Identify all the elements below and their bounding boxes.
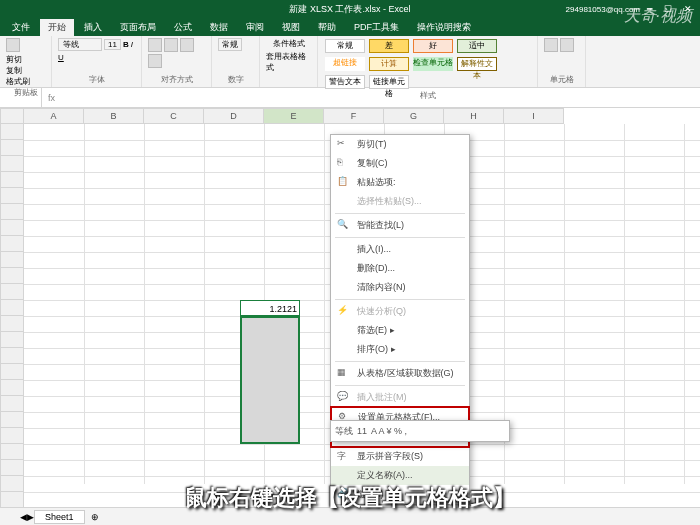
col-I[interactable]: I [504,108,564,124]
merge-icon[interactable] [148,54,162,68]
style-neutral[interactable]: 适中 [457,39,497,53]
namebox[interactable] [0,88,42,107]
group-styles-label: 样式 [324,90,531,101]
tab-home[interactable]: 开始 [40,19,74,36]
row-header[interactable] [0,364,24,380]
selection-range[interactable] [240,316,300,444]
tab-formula[interactable]: 公式 [166,19,200,36]
col-G[interactable]: G [384,108,444,124]
ctx-getdata[interactable]: ▦从表格/区域获取数据(G) [331,364,469,383]
italic-button[interactable]: I [131,40,133,49]
ctx-sort[interactable]: 排序(O) ▸ [331,340,469,359]
sheet-nav-prev[interactable]: ◀ [20,512,27,522]
context-menu: ✂剪切(T) ⎘复制(C) 📋粘贴选项: 选择性粘贴(S)... 🔍智能查找(L… [330,134,470,505]
row-header[interactable] [0,268,24,284]
col-E[interactable]: E [264,108,324,124]
row-header[interactable] [0,348,24,364]
number-format-select[interactable]: 常规 [218,38,242,51]
formatpainter-button[interactable]: 格式刷 [6,76,30,87]
ctx-paste-options[interactable]: 📋粘贴选项: [331,173,469,192]
style-hyperlink[interactable]: 超链接 [325,57,365,71]
ctx-copy[interactable]: ⎘复制(C) [331,154,469,173]
tab-file[interactable]: 文件 [4,19,38,36]
ctx-smart-lookup[interactable]: 🔍智能查找(L) [331,216,469,235]
tab-layout[interactable]: 页面布局 [112,19,164,36]
col-D[interactable]: D [204,108,264,124]
col-H[interactable]: H [444,108,504,124]
tab-insert[interactable]: 插入 [76,19,110,36]
row-header[interactable] [0,188,24,204]
tab-view[interactable]: 视图 [274,19,308,36]
delete-cells-icon[interactable] [560,38,574,52]
col-B[interactable]: B [84,108,144,124]
search-icon: 🔍 [337,219,349,231]
mini-size[interactable]: 11 [357,426,367,436]
font-size-select[interactable]: 11 [104,39,121,50]
font-family-select[interactable]: 等线 [58,38,102,51]
style-check[interactable]: 检查单元格 [413,57,453,71]
style-normal[interactable]: 常规 [325,39,365,53]
bold-button[interactable]: B [123,40,129,49]
row-header[interactable] [0,332,24,348]
ctx-clear[interactable]: 清除内容(N) [331,278,469,297]
fx-icon[interactable]: fx [42,93,61,103]
group-align-label: 对齐方式 [148,74,205,85]
style-good[interactable]: 好 [413,39,453,53]
row-header[interactable] [0,220,24,236]
ctx-paste-special: 选择性粘贴(S)... [331,192,469,211]
row-header[interactable] [0,156,24,172]
align-left-icon[interactable] [148,38,162,52]
align-center-icon[interactable] [164,38,178,52]
paste-icon[interactable] [6,38,20,52]
style-linked[interactable]: 链接单元格 [369,75,409,89]
mini-buttons[interactable]: A A ¥ % , [371,426,407,436]
row-header[interactable] [0,300,24,316]
cut-button[interactable]: 剪切 [6,54,30,65]
tab-data[interactable]: 数据 [202,19,236,36]
row-header[interactable] [0,124,24,140]
row-header[interactable] [0,412,24,428]
row-header[interactable] [0,396,24,412]
select-all-corner[interactable] [0,108,24,124]
row-header[interactable] [0,236,24,252]
add-sheet-button[interactable]: ⊕ [85,512,105,522]
mini-toolbar[interactable]: 等线 11 A A ¥ % , [330,420,510,442]
row-header[interactable] [0,204,24,220]
ctx-cut[interactable]: ✂剪切(T) [331,135,469,154]
style-bad[interactable]: 差 [369,39,409,53]
col-C[interactable]: C [144,108,204,124]
ctx-filter[interactable]: 筛选(E) ▸ [331,321,469,340]
cell-E12[interactable]: 1.2121 [240,300,300,316]
table-format-button[interactable]: 套用表格格式 [266,51,311,73]
underline-button[interactable]: U [58,53,64,62]
align-right-icon[interactable] [180,38,194,52]
row-header[interactable] [0,428,24,444]
cond-format-button[interactable]: 条件格式 [273,38,305,49]
table-icon: ▦ [337,367,349,379]
col-F[interactable]: F [324,108,384,124]
col-A[interactable]: A [24,108,84,124]
row-header[interactable] [0,172,24,188]
row-header[interactable] [0,316,24,332]
mini-font[interactable]: 等线 [335,425,353,438]
row-header[interactable] [0,444,24,460]
style-calc[interactable]: 计算 [369,57,409,71]
row-header[interactable] [0,140,24,156]
sheet-nav-next[interactable]: ▶ [27,512,34,522]
ctx-delete[interactable]: 删除(D)... [331,259,469,278]
tab-review[interactable]: 审阅 [238,19,272,36]
ctx-comment: 💬插入批注(M) [331,388,469,407]
copy-button[interactable]: 复制 [6,65,30,76]
row-header[interactable] [0,380,24,396]
row-header[interactable] [0,460,24,476]
style-warn[interactable]: 警告文本 [325,75,365,89]
style-explain[interactable]: 解释性文本 [457,57,497,71]
tab-search[interactable]: 操作说明搜索 [409,19,479,36]
tab-pdf[interactable]: PDF工具集 [346,19,407,36]
tab-help[interactable]: 帮助 [310,19,344,36]
row-header[interactable] [0,284,24,300]
insert-cells-icon[interactable] [544,38,558,52]
ctx-insert[interactable]: 插入(I)... [331,240,469,259]
ctx-pinyin[interactable]: 字显示拼音字段(S) [331,447,469,466]
row-header[interactable] [0,252,24,268]
